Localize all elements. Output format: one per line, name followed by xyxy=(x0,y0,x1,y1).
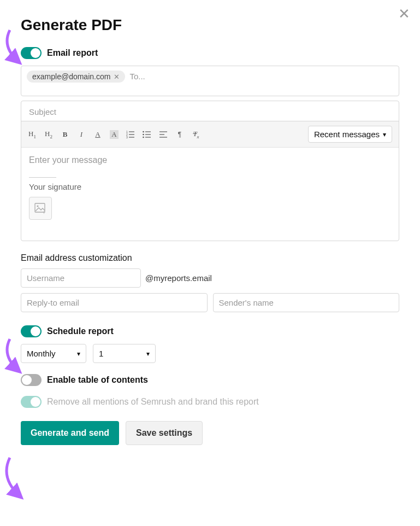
email-report-toggle-row: Email report xyxy=(21,47,399,59)
editor-ordered-list-button[interactable]: 123 xyxy=(126,131,135,138)
to-placeholder: To... xyxy=(129,72,145,81)
recipient-chip: example@domain.com ✕ xyxy=(27,71,125,83)
reply-sender-row xyxy=(21,293,399,312)
annotation-arrow-icon xyxy=(0,455,29,501)
editor-align-button[interactable] xyxy=(159,131,168,138)
chevron-down-icon: ▾ xyxy=(77,350,80,358)
footer-buttons: Generate and send Save settings xyxy=(21,421,399,445)
subject-field-wrap xyxy=(21,101,399,121)
generate-and-send-button[interactable]: Generate and send xyxy=(21,421,119,445)
editor-toolbar: H1 H2 B I A A 123 ¶ Tx Recent messages ▾ xyxy=(21,121,399,148)
schedule-report-row: Schedule report xyxy=(21,325,399,337)
schedule-report-label: Schedule report xyxy=(47,326,114,336)
to-field[interactable]: example@domain.com ✕ To... xyxy=(21,66,399,96)
svg-point-16 xyxy=(37,205,38,207)
recent-messages-dropdown[interactable]: Recent messages ▾ xyxy=(308,126,392,143)
svg-point-11 xyxy=(143,136,144,138)
editor-h1-button[interactable]: H1 xyxy=(28,130,37,139)
toc-toggle-label: Enable table of contents xyxy=(47,375,148,385)
svg-text:3: 3 xyxy=(126,136,128,138)
schedule-day-select[interactable]: 1 ▾ xyxy=(93,344,156,363)
email-report-toggle-label: Email report xyxy=(47,48,98,58)
insert-image-button[interactable]: + xyxy=(29,197,52,220)
chevron-down-icon: ▾ xyxy=(146,350,150,358)
modal-content: Generate PDF Email report example@domain… xyxy=(0,0,420,461)
chip-remove-icon[interactable]: ✕ xyxy=(114,73,120,81)
signature-divider xyxy=(29,177,56,178)
schedule-selects-row: Monthly ▾ 1 ▾ xyxy=(21,344,399,363)
domain-suffix: @myreports.email xyxy=(145,273,212,283)
schedule-frequency-select[interactable]: Monthly ▾ xyxy=(21,344,86,363)
username-input[interactable] xyxy=(21,268,141,288)
reply-to-input[interactable] xyxy=(21,293,208,312)
editor-placeholder: Enter your message xyxy=(29,155,391,165)
recipient-chip-text: example@domain.com xyxy=(32,72,110,81)
toc-toggle-row: Enable table of contents xyxy=(21,374,399,386)
page-title: Generate PDF xyxy=(21,16,399,34)
toc-toggle[interactable] xyxy=(21,374,42,386)
branding-toggle-label: Remove all mentions of Semrush and brand… xyxy=(47,397,259,407)
branding-toggle-row: Remove all mentions of Semrush and brand… xyxy=(21,396,399,408)
editor-text-color-button[interactable]: A xyxy=(93,130,102,139)
save-settings-button[interactable]: Save settings xyxy=(126,421,203,445)
editor-body[interactable]: Enter your message Your signature + xyxy=(21,148,399,241)
svg-point-9 xyxy=(143,131,144,132)
subject-input[interactable] xyxy=(28,107,392,117)
email-report-toggle[interactable] xyxy=(21,47,42,59)
schedule-day-value: 1 xyxy=(99,349,103,358)
editor-direction-button[interactable]: ¶ xyxy=(175,131,184,138)
signature-label: Your signature xyxy=(29,182,391,191)
close-icon[interactable]: ✕ xyxy=(398,5,410,22)
chevron-down-icon: ▾ xyxy=(383,131,386,138)
schedule-frequency-value: Monthly xyxy=(27,349,56,358)
svg-point-10 xyxy=(143,133,144,135)
recent-messages-label: Recent messages xyxy=(314,130,380,139)
editor-h2-button[interactable]: H2 xyxy=(44,130,53,139)
email-customization-label: Email address customization xyxy=(21,253,399,263)
username-row: @myreports.email xyxy=(21,268,399,288)
editor-highlight-button[interactable]: A xyxy=(110,130,119,139)
branding-toggle[interactable] xyxy=(21,396,42,408)
editor: H1 H2 B I A A 123 ¶ Tx Recent messages ▾ xyxy=(21,121,399,241)
editor-bold-button[interactable]: B xyxy=(61,130,69,139)
editor-clear-format-button[interactable]: Tx xyxy=(192,130,200,139)
editor-unordered-list-button[interactable] xyxy=(143,131,151,138)
editor-italic-button[interactable]: I xyxy=(77,130,86,139)
svg-text:+: + xyxy=(43,210,45,214)
sender-name-input[interactable] xyxy=(213,293,400,312)
schedule-report-toggle[interactable] xyxy=(21,325,42,337)
